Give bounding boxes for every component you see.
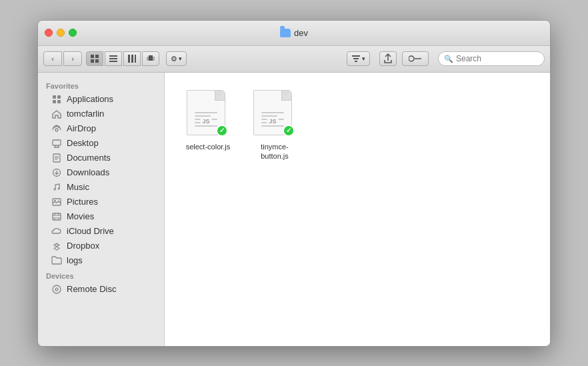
svg-rect-15 bbox=[355, 61, 357, 62]
maximize-button[interactable] bbox=[69, 29, 77, 37]
file-view: JS ✓ select-color.js bbox=[165, 73, 550, 346]
svg-rect-8 bbox=[131, 55, 133, 63]
svg-rect-1 bbox=[95, 55, 99, 58]
svg-rect-4 bbox=[109, 55, 117, 57]
sidebar-item-label: Movies bbox=[67, 211, 94, 221]
forward-button[interactable]: › bbox=[63, 51, 82, 66]
sidebar-item-label: iCloud Drive bbox=[67, 226, 114, 236]
sidebar-item-movies[interactable]: Movies bbox=[41, 209, 161, 224]
columns-icon bbox=[127, 54, 137, 63]
file-sync-badge: ✓ bbox=[216, 125, 228, 137]
home-icon bbox=[51, 109, 62, 119]
sidebar-item-label: AirDrop bbox=[67, 123, 96, 133]
file-line bbox=[195, 115, 211, 117]
svg-rect-13 bbox=[352, 55, 360, 57]
column-view-button[interactable] bbox=[123, 51, 141, 66]
sidebar-item-documents[interactable]: Documents bbox=[41, 151, 161, 165]
svg-rect-3 bbox=[95, 59, 99, 63]
file-item[interactable]: JS ✓ select-color.js bbox=[178, 86, 238, 165]
list-view-button[interactable] bbox=[105, 51, 122, 66]
file-line bbox=[195, 125, 217, 127]
action-arrow-icon: ▾ bbox=[179, 55, 182, 62]
svg-point-16 bbox=[409, 56, 414, 61]
applications-icon bbox=[51, 94, 62, 105]
svg-rect-11 bbox=[147, 57, 149, 61]
file-line bbox=[195, 112, 217, 113]
airdrop-icon bbox=[51, 123, 62, 134]
music-icon bbox=[51, 182, 62, 193]
sidebar-item-icloud[interactable]: iCloud Drive bbox=[41, 224, 161, 239]
svg-rect-0 bbox=[91, 55, 94, 58]
close-button[interactable] bbox=[45, 29, 53, 37]
arrange-arrow-icon: ▾ bbox=[362, 55, 365, 62]
sidebar-item-label: Applications bbox=[67, 94, 113, 104]
tag-button[interactable] bbox=[402, 51, 429, 66]
coverflow-icon bbox=[146, 54, 155, 63]
sidebar-item-label: Desktop bbox=[67, 138, 99, 148]
disc-icon bbox=[51, 284, 62, 295]
share-icon bbox=[383, 53, 393, 64]
sidebar-item-logs[interactable]: logs bbox=[41, 253, 161, 268]
desktop-icon bbox=[51, 138, 62, 149]
file-icon-wrap: JS ✓ bbox=[187, 90, 229, 138]
title-folder-icon bbox=[280, 29, 291, 37]
share-button[interactable] bbox=[379, 51, 397, 66]
file-line bbox=[261, 112, 284, 113]
search-input[interactable] bbox=[456, 54, 539, 63]
view-buttons bbox=[86, 51, 159, 66]
back-button[interactable]: ‹ bbox=[43, 51, 62, 66]
sidebar-item-applications[interactable]: Applications bbox=[41, 92, 161, 107]
svg-rect-21 bbox=[57, 100, 61, 103]
svg-rect-9 bbox=[135, 55, 136, 63]
window-title: dev bbox=[294, 28, 308, 38]
svg-rect-37 bbox=[53, 213, 61, 220]
sidebar-item-downloads[interactable]: Downloads bbox=[41, 165, 161, 180]
svg-rect-7 bbox=[128, 55, 130, 63]
dropbox-icon bbox=[51, 241, 62, 251]
svg-rect-5 bbox=[109, 58, 117, 59]
favorites-label: Favorites bbox=[38, 78, 164, 92]
sidebar-item-label: Music bbox=[67, 182, 89, 192]
action-button[interactable]: ⚙ ▾ bbox=[166, 51, 187, 66]
sidebar-item-label: Downloads bbox=[67, 167, 109, 177]
svg-point-34 bbox=[58, 187, 60, 189]
sidebar-item-label: Remote Disc bbox=[67, 284, 116, 294]
svg-point-36 bbox=[54, 199, 56, 201]
arrange-button[interactable]: ▾ bbox=[347, 51, 370, 66]
search-box[interactable]: 🔍 bbox=[438, 51, 545, 66]
svg-rect-12 bbox=[153, 57, 155, 61]
sidebar-item-label: logs bbox=[67, 255, 83, 265]
file-line bbox=[261, 115, 277, 117]
gear-icon: ⚙ bbox=[171, 55, 177, 63]
icon-view-button[interactable] bbox=[86, 51, 103, 66]
sidebar-item-remotedisc[interactable]: Remote Disc bbox=[41, 282, 161, 297]
file-item[interactable]: JS ✓ tinymce-button.js bbox=[245, 86, 305, 165]
sidebar-item-desktop[interactable]: Desktop bbox=[41, 136, 161, 151]
sidebar-item-label: Documents bbox=[67, 153, 111, 163]
nav-buttons: ‹ › bbox=[43, 51, 82, 66]
svg-point-22 bbox=[55, 129, 58, 131]
traffic-lights bbox=[45, 29, 77, 37]
svg-rect-23 bbox=[53, 140, 61, 145]
svg-rect-20 bbox=[53, 100, 56, 103]
svg-rect-6 bbox=[109, 61, 117, 62]
sidebar-item-airdrop[interactable]: AirDrop bbox=[41, 121, 161, 136]
file-icon-wrap: JS ✓ bbox=[253, 90, 296, 138]
documents-icon bbox=[51, 153, 62, 163]
sidebar-item-label: tomcfarlin bbox=[67, 109, 104, 119]
svg-point-45 bbox=[55, 288, 58, 291]
sidebar-item-dropbox[interactable]: Dropbox bbox=[41, 239, 161, 253]
file-name: select-color.js bbox=[186, 142, 231, 151]
sidebar-item-music[interactable]: Music bbox=[41, 180, 161, 195]
pictures-icon bbox=[51, 197, 62, 207]
main-content: Favorites Applications bbox=[38, 73, 550, 346]
svg-rect-19 bbox=[57, 95, 61, 99]
coverflow-view-button[interactable] bbox=[142, 51, 159, 66]
svg-point-33 bbox=[54, 188, 56, 190]
sidebar-item-pictures[interactable]: Pictures bbox=[41, 195, 161, 209]
svg-rect-2 bbox=[91, 59, 94, 63]
downloads-icon bbox=[51, 167, 62, 178]
minimize-button[interactable] bbox=[57, 29, 65, 37]
sidebar-item-home[interactable]: tomcfarlin bbox=[41, 107, 161, 121]
file-sync-badge: ✓ bbox=[283, 125, 295, 137]
